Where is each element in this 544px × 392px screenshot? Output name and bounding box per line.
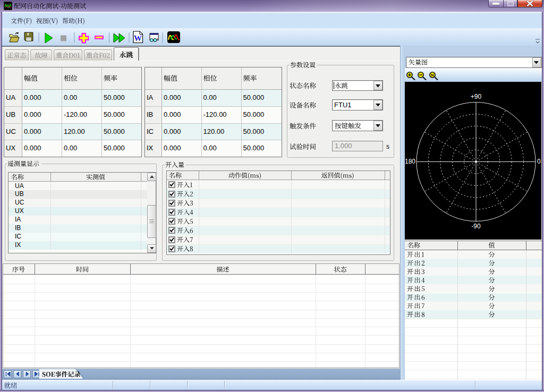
svg-text:N: N	[431, 73, 434, 78]
svg-text:W: W	[134, 34, 142, 42]
